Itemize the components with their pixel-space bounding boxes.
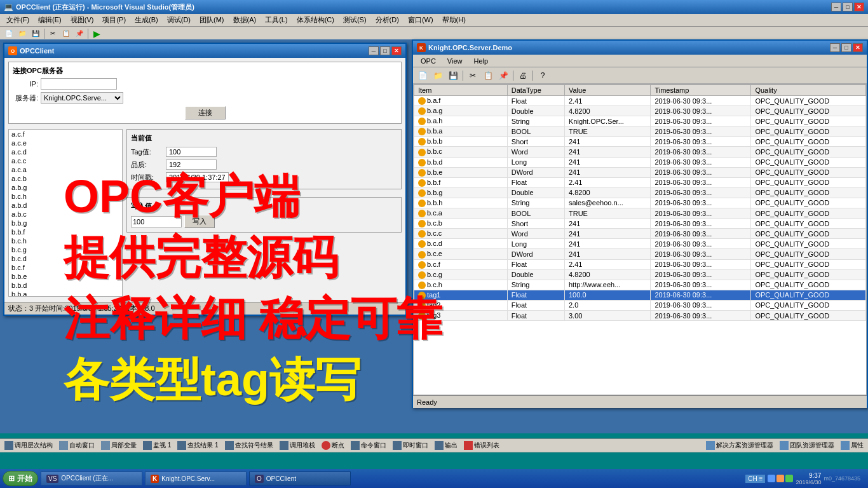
kt-cut-btn[interactable]: ✂ [466, 69, 480, 82]
opc-client-window-controls[interactable]: ─ □ ✕ [369, 46, 402, 55]
bt-output[interactable]: 输出 [433, 440, 459, 451]
tag-item[interactable]: a.c.d [9, 147, 122, 156]
table-row[interactable]: tag2 Float 2.0 2019-06-30 09:3... OPC_QU… [414, 300, 866, 310]
knight-minimize-btn[interactable]: ─ [830, 43, 840, 52]
table-row[interactable]: b.b.b Short 241 2019-06-30 09:3... OPC_Q… [414, 137, 866, 147]
toolbar-new-btn[interactable]: 📄 [3, 28, 15, 39]
table-row[interactable]: b.c.h String http://www.eeh... 2019-06-3… [414, 280, 866, 290]
taskbar-app-opcclient[interactable]: VS OPCClient (正在... [41, 471, 142, 485]
kt-paste-btn[interactable]: 📌 [496, 69, 510, 82]
tag-item[interactable]: a.c.e [9, 139, 122, 147]
tag-item[interactable]: b.b.f [9, 227, 122, 236]
menu-view[interactable]: 视图(V) [67, 15, 98, 25]
table-row[interactable]: b.a.f Float 2.41 2019-06-30 09:3... OPC_… [414, 96, 866, 106]
knight-maximize-btn[interactable]: □ [841, 43, 851, 52]
kt-help-btn[interactable]: ? [536, 69, 550, 82]
toolbar-save-btn[interactable]: 💾 [29, 28, 42, 39]
menu-build[interactable]: 生成(B) [131, 15, 162, 25]
tag-item[interactable]: a.c.b [9, 174, 122, 183]
table-row[interactable]: b.c.d Long 241 2019-06-30 09:3... OPC_QU… [414, 239, 866, 249]
opc-table-wrapper[interactable]: Item DataType Value Timestamp Quality b.… [413, 84, 867, 395]
kt-copy-btn[interactable]: 📋 [481, 69, 495, 82]
opc-close-btn[interactable]: ✕ [391, 46, 402, 55]
opc-maximize-btn[interactable]: □ [380, 46, 390, 55]
table-row[interactable]: b.c.a BOOL TRUE 2019-06-30 09:3... OPC_Q… [414, 208, 866, 219]
knight-menu-view[interactable]: View [442, 57, 468, 65]
tag-item[interactable]: a.c.c [9, 156, 122, 165]
tag-item[interactable]: b.b.e [9, 272, 122, 281]
table-row[interactable]: b.b.e DWord 241 2019-06-30 09:3... OPC_Q… [414, 167, 866, 177]
bt-solution-explorer[interactable]: 解决方案资源管理器 [704, 440, 775, 451]
tag-item[interactable]: a.b.c [9, 210, 122, 219]
knight-window-controls[interactable]: ─ □ ✕ [830, 43, 863, 52]
tag-item[interactable]: b.c.f [9, 263, 122, 272]
table-row[interactable]: b.c.f Float 2.41 2019-06-30 09:3... OPC_… [414, 259, 866, 269]
bt-find-results1[interactable]: 查找结果 1 [175, 440, 220, 451]
tag-item[interactable]: a.c.f [9, 130, 122, 139]
knight-menu-help[interactable]: Help [469, 57, 494, 65]
kt-print-btn[interactable]: 🖨 [516, 69, 530, 82]
tag-item[interactable]: a.b.d [9, 201, 122, 210]
table-row[interactable]: b.c.c Word 241 2019-06-30 09:3... OPC_QU… [414, 229, 866, 239]
menu-team[interactable]: 团队(M) [196, 15, 228, 25]
table-row[interactable]: b.b.c Word 241 2019-06-30 09:3... OPC_QU… [414, 147, 866, 157]
write-input[interactable] [131, 216, 182, 227]
bt-call-hierarchy[interactable]: 调用层次结构 [3, 440, 55, 451]
menu-project[interactable]: 项目(P) [98, 15, 130, 25]
vs-minimize-btn[interactable]: ─ [831, 3, 841, 11]
toolbar-cut-btn[interactable]: ✂ [46, 28, 59, 39]
table-row[interactable]: b.b.f Float 2.41 2019-06-30 09:3... OPC_… [414, 177, 866, 187]
opc-minimize-btn[interactable]: ─ [369, 46, 379, 55]
table-row[interactable]: b.c.b Short 241 2019-06-30 09:3... OPC_Q… [414, 219, 866, 229]
toolbar-paste-btn[interactable]: 📌 [73, 28, 86, 39]
kt-save-btn[interactable]: 💾 [446, 69, 460, 82]
menu-debug[interactable]: 调试(D) [163, 15, 194, 25]
server-select[interactable]: Knight.OPC.Serve... [41, 92, 123, 104]
menu-arch[interactable]: 体系结构(C) [293, 15, 338, 25]
menu-data[interactable]: 数据(A) [229, 15, 261, 25]
write-btn[interactable]: 写入 [184, 215, 215, 228]
kt-open-btn[interactable]: 📁 [431, 69, 445, 82]
bt-find-symbol[interactable]: 查找符号结果 [223, 440, 275, 451]
tag-list[interactable]: a.c.fa.c.ea.c.da.c.ca.c.aa.c.ba.b.gb.c.h… [9, 130, 122, 296]
table-row[interactable]: b.a.g Double 4.8200 2019-06-30 09:3... O… [414, 106, 866, 116]
kt-new-btn[interactable]: 📄 [416, 69, 430, 82]
table-row[interactable]: tag1 Float 100.0 2019-06-30 09:3... OPC_… [414, 290, 866, 300]
table-row[interactable]: b.b.g Double 4.8200 2019-06-30 09:3... O… [414, 187, 866, 198]
menu-tools[interactable]: 工具(L) [261, 15, 291, 25]
toolbar-open-btn[interactable]: 📁 [16, 28, 29, 39]
vs-close-btn[interactable]: ✕ [854, 3, 864, 11]
menu-help[interactable]: 帮助(H) [438, 15, 470, 25]
bt-auto-window[interactable]: 自动窗口 [57, 440, 97, 451]
table-row[interactable]: b.b.a BOOL TRUE 2019-06-30 09:3... OPC_Q… [414, 126, 866, 137]
tag-item[interactable]: b.c.h [9, 236, 122, 245]
bt-team-explorer[interactable]: 团队资源管理器 [778, 440, 836, 451]
vs-window-controls[interactable]: ─ □ ✕ [831, 3, 864, 11]
table-row[interactable]: b.a.h String Knight.OPC.Ser... 2019-06-3… [414, 116, 866, 126]
bt-watch1[interactable]: 监视 1 [141, 440, 173, 451]
tag-item[interactable]: b.c.g [9, 245, 122, 254]
table-row[interactable]: b.b.d Long 241 2019-06-30 09:3... OPC_QU… [414, 157, 866, 167]
toolbar-copy-btn[interactable]: 📋 [60, 28, 72, 39]
taskbar-app-knight[interactable]: K Knight.OPC.Serv... [145, 471, 247, 485]
table-row[interactable]: b.b.h String sales@eehoo.n... 2019-06-30… [414, 198, 866, 208]
bt-immediate[interactable]: 即时窗口 [391, 440, 430, 451]
menu-edit[interactable]: 编辑(E) [34, 15, 65, 25]
toolbar-run-btn[interactable]: ▶ [90, 28, 103, 39]
tag-item[interactable]: b.b.g [9, 219, 122, 227]
table-row[interactable]: b.c.g Double 4.8200 2019-06-30 09:3... O… [414, 269, 866, 280]
table-row[interactable]: b.c.e DWord 241 2019-06-30 09:3... OPC_Q… [414, 249, 866, 259]
tag-item[interactable]: b.c.h [9, 192, 122, 201]
menu-file[interactable]: 文件(F) [3, 15, 33, 25]
bt-locals[interactable]: 局部变量 [99, 440, 139, 451]
bt-properties[interactable]: 属性 [839, 440, 865, 451]
tag-item[interactable]: b.b.d [9, 281, 122, 290]
bt-callstack[interactable]: 调用堆栈 [278, 440, 317, 451]
bt-error-list[interactable]: 错误列表 [462, 440, 501, 451]
vs-maximize-btn[interactable]: □ [843, 3, 853, 11]
knight-close-btn[interactable]: ✕ [853, 43, 863, 52]
tray-ch[interactable]: CH ≡ [745, 475, 765, 483]
tag-item[interactable]: b.b.a [9, 290, 122, 296]
menu-window[interactable]: 窗口(W) [404, 15, 437, 25]
bt-command[interactable]: 命令窗口 [349, 440, 388, 451]
